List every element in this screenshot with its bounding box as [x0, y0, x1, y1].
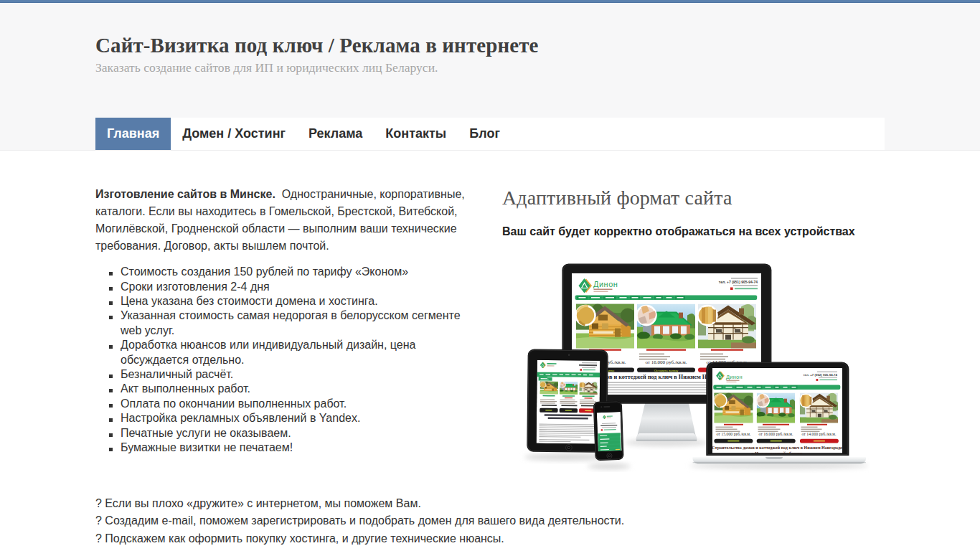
svg-text:от 14.000 руб./кв.м.: от 14.000 руб./кв.м.: [802, 432, 837, 436]
svg-text:Строительство домов и коттедже: Строительство домов и коттеджей под ключ…: [712, 446, 842, 450]
svg-text:Динон: Динон: [726, 374, 743, 380]
svg-text:тел. +7 (951) 905-94-74: тел. +7 (951) 905-94-74: [719, 280, 758, 284]
svg-text:от 16.000 руб./кв.м.: от 16.000 руб./кв.м.: [759, 432, 794, 436]
svg-text:от 15.000 руб./кв.м.: от 15.000 руб./кв.м.: [717, 432, 752, 436]
svg-text:Динон: Динон: [593, 280, 618, 288]
svg-text:тел. +7 (952) 905-94-74: тел. +7 (952) 905-94-74: [803, 373, 837, 377]
svg-text:Оставить заявку: Оставить заявку: [654, 369, 679, 372]
svg-text:от 16.000 руб./кв.м.: от 16.000 руб./кв.м.: [646, 359, 687, 365]
